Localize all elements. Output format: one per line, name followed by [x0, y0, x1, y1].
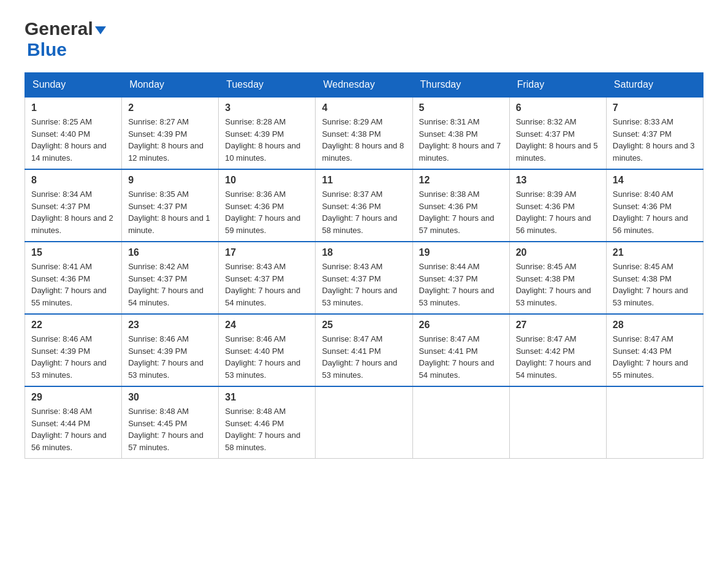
day-number: 13 — [516, 175, 600, 186]
day-of-week-header: Saturday — [606, 73, 703, 98]
calendar-header-row: SundayMondayTuesdayWednesdayThursdayFrid… — [25, 73, 703, 98]
day-info: Sunrise: 8:33 AMSunset: 4:37 PMDaylight:… — [613, 117, 695, 163]
calendar-cell: 9 Sunrise: 8:35 AMSunset: 4:37 PMDayligh… — [122, 169, 219, 242]
logo-text-general: General — [25, 18, 93, 39]
calendar-cell: 11 Sunrise: 8:37 AMSunset: 4:36 PMDaylig… — [316, 169, 412, 242]
day-info: Sunrise: 8:37 AMSunset: 4:36 PMDaylight:… — [322, 190, 397, 235]
calendar-cell — [412, 386, 509, 459]
calendar-cell: 30 Sunrise: 8:48 AMSunset: 4:45 PMDaylig… — [122, 386, 219, 459]
calendar-cell: 5 Sunrise: 8:31 AMSunset: 4:38 PMDayligh… — [412, 97, 509, 169]
day-info: Sunrise: 8:41 AMSunset: 4:36 PMDaylight:… — [31, 262, 107, 307]
day-info: Sunrise: 8:29 AMSunset: 4:38 PMDaylight:… — [322, 117, 404, 163]
day-info: Sunrise: 8:38 AMSunset: 4:36 PMDaylight:… — [419, 190, 495, 235]
logo-text-blue: Blue — [27, 39, 67, 60]
day-of-week-header: Thursday — [412, 73, 509, 98]
calendar-cell: 22 Sunrise: 8:46 AMSunset: 4:39 PMDaylig… — [25, 314, 122, 386]
day-number: 3 — [225, 102, 309, 113]
week-row: 29 Sunrise: 8:48 AMSunset: 4:44 PMDaylig… — [25, 386, 703, 459]
page-header: General Blue — [25, 18, 703, 60]
calendar-cell: 6 Sunrise: 8:32 AMSunset: 4:37 PMDayligh… — [509, 97, 606, 169]
calendar-cell: 20 Sunrise: 8:45 AMSunset: 4:38 PMDaylig… — [509, 242, 606, 314]
day-info: Sunrise: 8:31 AMSunset: 4:38 PMDaylight:… — [419, 117, 501, 163]
day-info: Sunrise: 8:40 AMSunset: 4:36 PMDaylight:… — [613, 190, 688, 235]
day-number: 27 — [516, 320, 600, 331]
day-number: 5 — [419, 102, 503, 113]
day-info: Sunrise: 8:45 AMSunset: 4:38 PMDaylight:… — [516, 262, 591, 307]
day-info: Sunrise: 8:48 AMSunset: 4:45 PMDaylight:… — [128, 407, 203, 452]
day-info: Sunrise: 8:42 AMSunset: 4:37 PMDaylight:… — [128, 262, 203, 307]
day-info: Sunrise: 8:48 AMSunset: 4:44 PMDaylight:… — [31, 407, 107, 452]
day-number: 15 — [31, 247, 115, 258]
calendar-cell: 27 Sunrise: 8:47 AMSunset: 4:42 PMDaylig… — [509, 314, 606, 386]
calendar-cell — [316, 386, 412, 459]
day-number: 1 — [31, 102, 115, 113]
day-number: 25 — [322, 320, 406, 331]
calendar-cell: 1 Sunrise: 8:25 AMSunset: 4:40 PMDayligh… — [25, 97, 122, 169]
day-of-week-header: Tuesday — [219, 73, 316, 98]
day-info: Sunrise: 8:46 AMSunset: 4:39 PMDaylight:… — [128, 334, 203, 380]
day-number: 14 — [613, 175, 697, 186]
calendar-cell: 7 Sunrise: 8:33 AMSunset: 4:37 PMDayligh… — [606, 97, 703, 169]
calendar-cell: 28 Sunrise: 8:47 AMSunset: 4:43 PMDaylig… — [606, 314, 703, 386]
calendar-cell: 3 Sunrise: 8:28 AMSunset: 4:39 PMDayligh… — [219, 97, 316, 169]
calendar-cell: 29 Sunrise: 8:48 AMSunset: 4:44 PMDaylig… — [25, 386, 122, 459]
day-number: 20 — [516, 247, 600, 258]
day-number: 6 — [516, 102, 600, 113]
day-info: Sunrise: 8:47 AMSunset: 4:41 PMDaylight:… — [322, 334, 397, 380]
day-info: Sunrise: 8:46 AMSunset: 4:39 PMDaylight:… — [31, 334, 107, 380]
day-number: 19 — [419, 247, 503, 258]
day-info: Sunrise: 8:35 AMSunset: 4:37 PMDaylight:… — [128, 190, 210, 235]
calendar-cell: 19 Sunrise: 8:44 AMSunset: 4:37 PMDaylig… — [412, 242, 509, 314]
calendar-cell: 31 Sunrise: 8:48 AMSunset: 4:46 PMDaylig… — [219, 386, 316, 459]
day-info: Sunrise: 8:32 AMSunset: 4:37 PMDaylight:… — [516, 117, 598, 163]
calendar-cell: 12 Sunrise: 8:38 AMSunset: 4:36 PMDaylig… — [412, 169, 509, 242]
day-info: Sunrise: 8:43 AMSunset: 4:37 PMDaylight:… — [322, 262, 397, 307]
calendar-cell: 10 Sunrise: 8:36 AMSunset: 4:36 PMDaylig… — [219, 169, 316, 242]
calendar-cell: 23 Sunrise: 8:46 AMSunset: 4:39 PMDaylig… — [122, 314, 219, 386]
day-info: Sunrise: 8:46 AMSunset: 4:40 PMDaylight:… — [225, 334, 300, 380]
day-number: 28 — [613, 320, 697, 331]
week-row: 22 Sunrise: 8:46 AMSunset: 4:39 PMDaylig… — [25, 314, 703, 386]
calendar-cell: 13 Sunrise: 8:39 AMSunset: 4:36 PMDaylig… — [509, 169, 606, 242]
calendar-table: SundayMondayTuesdayWednesdayThursdayFrid… — [25, 72, 703, 459]
calendar-cell: 2 Sunrise: 8:27 AMSunset: 4:39 PMDayligh… — [122, 97, 219, 169]
calendar-cell: 16 Sunrise: 8:42 AMSunset: 4:37 PMDaylig… — [122, 242, 219, 314]
day-number: 12 — [419, 175, 503, 186]
week-row: 8 Sunrise: 8:34 AMSunset: 4:37 PMDayligh… — [25, 169, 703, 242]
week-row: 1 Sunrise: 8:25 AMSunset: 4:40 PMDayligh… — [25, 97, 703, 169]
day-number: 29 — [31, 392, 115, 403]
day-info: Sunrise: 8:47 AMSunset: 4:43 PMDaylight:… — [613, 334, 688, 380]
calendar-cell: 21 Sunrise: 8:45 AMSunset: 4:38 PMDaylig… — [606, 242, 703, 314]
day-info: Sunrise: 8:48 AMSunset: 4:46 PMDaylight:… — [225, 407, 300, 452]
day-number: 4 — [322, 102, 406, 113]
day-info: Sunrise: 8:39 AMSunset: 4:36 PMDaylight:… — [516, 190, 591, 235]
day-of-week-header: Sunday — [25, 73, 122, 98]
day-number: 9 — [128, 175, 212, 186]
day-number: 31 — [225, 392, 309, 403]
logo: General Blue — [25, 18, 106, 60]
day-number: 17 — [225, 247, 309, 258]
calendar-cell: 15 Sunrise: 8:41 AMSunset: 4:36 PMDaylig… — [25, 242, 122, 314]
day-info: Sunrise: 8:34 AMSunset: 4:37 PMDaylight:… — [31, 190, 113, 235]
day-number: 26 — [419, 320, 503, 331]
day-number: 23 — [128, 320, 212, 331]
day-number: 8 — [31, 175, 115, 186]
day-number: 21 — [613, 247, 697, 258]
calendar-cell: 24 Sunrise: 8:46 AMSunset: 4:40 PMDaylig… — [219, 314, 316, 386]
day-info: Sunrise: 8:43 AMSunset: 4:37 PMDaylight:… — [225, 262, 300, 307]
calendar-cell — [606, 386, 703, 459]
calendar-cell — [509, 386, 606, 459]
day-info: Sunrise: 8:47 AMSunset: 4:41 PMDaylight:… — [419, 334, 495, 380]
calendar-cell: 14 Sunrise: 8:40 AMSunset: 4:36 PMDaylig… — [606, 169, 703, 242]
day-number: 7 — [613, 102, 697, 113]
day-of-week-header: Friday — [509, 73, 606, 98]
calendar-cell: 18 Sunrise: 8:43 AMSunset: 4:37 PMDaylig… — [316, 242, 412, 314]
day-info: Sunrise: 8:36 AMSunset: 4:36 PMDaylight:… — [225, 190, 300, 235]
day-info: Sunrise: 8:45 AMSunset: 4:38 PMDaylight:… — [613, 262, 688, 307]
calendar-cell: 8 Sunrise: 8:34 AMSunset: 4:37 PMDayligh… — [25, 169, 122, 242]
day-number: 10 — [225, 175, 309, 186]
day-of-week-header: Wednesday — [316, 73, 412, 98]
week-row: 15 Sunrise: 8:41 AMSunset: 4:36 PMDaylig… — [25, 242, 703, 314]
day-number: 24 — [225, 320, 309, 331]
calendar-cell: 17 Sunrise: 8:43 AMSunset: 4:37 PMDaylig… — [219, 242, 316, 314]
